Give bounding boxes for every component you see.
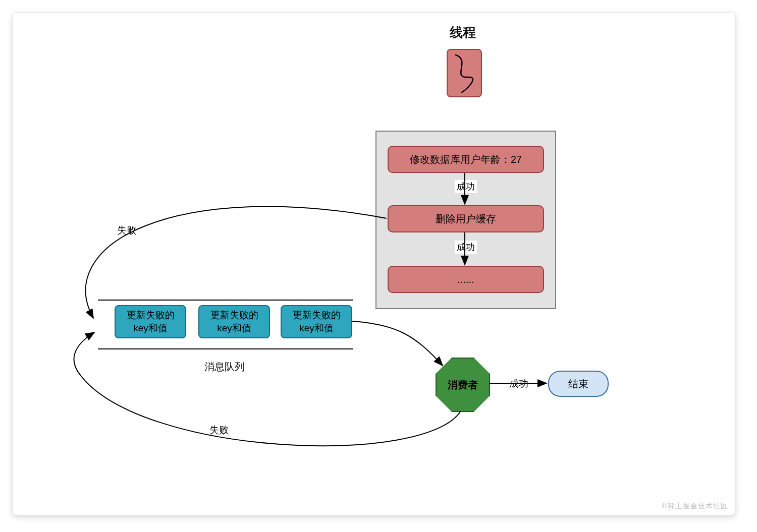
thread-curve-icon [451,53,478,93]
fail-label-bottom: 失败 [209,424,229,437]
fail-label-top: 失败 [117,224,136,237]
queue-item-1: 更新失败的 key和值 [115,305,186,338]
edge-success-1: 成功 [455,180,477,193]
end-node: 结束 [548,371,609,397]
diagram-canvas: 线程 修改数据库用户年龄：27 成功 删除用户缓存 成功 ...... 更新失败… [12,12,736,515]
queue-item-label: 更新失败的 key和值 [127,309,175,334]
queue-item-label: 更新失败的 key和值 [210,309,258,334]
queue-bottom-line [98,348,353,349]
queue-item-2: 更新失败的 key和值 [198,305,270,338]
queue-item-3: 更新失败的 key和值 [281,305,352,338]
queue-top-line [98,300,353,301]
consumer-label: 消费者 [448,378,478,392]
watermark: ©稀土掘金技术社区 [662,502,728,511]
thread-icon [447,49,482,97]
edge-success-2: 成功 [455,241,477,254]
end-label: 结束 [568,377,588,391]
queue-label: 消息队列 [204,360,245,374]
step-more: ...... [388,266,544,293]
step-delete-cache: 删除用户缓存 [388,205,544,232]
success-label-end: 成功 [509,377,528,390]
queue-item-label: 更新失败的 key和值 [293,309,341,334]
step-modify-db: 修改数据库用户年龄：27 [388,146,544,173]
consumer-node: 消费者 [436,358,490,412]
thread-title: 线程 [450,24,476,41]
arrows-layer [13,13,735,515]
